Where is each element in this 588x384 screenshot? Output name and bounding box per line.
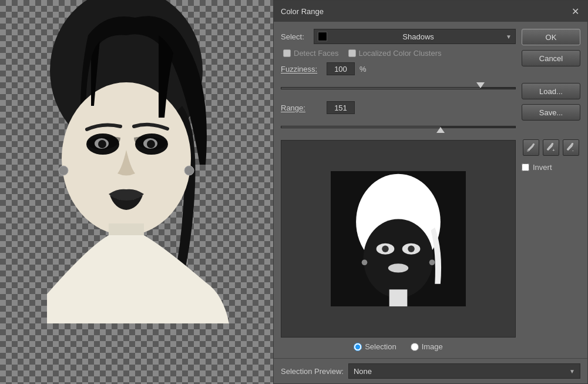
select-row: Select: Shadows ▼	[281, 29, 516, 44]
preview-chevron-icon: ▼	[569, 368, 575, 375]
select-label: Select:	[281, 32, 309, 41]
svg-text:+: +	[552, 148, 555, 152]
eyedropper-subtract-icon: -	[566, 143, 576, 152]
selection-preview-row: Selection Preview: None ▼	[274, 358, 587, 383]
fuzziness-thumb[interactable]	[476, 82, 485, 88]
localized-color-clusters-label: Localized Color Clusters	[359, 49, 442, 58]
radio-row: Selection Image	[281, 342, 516, 351]
localized-color-clusters-input[interactable]	[348, 49, 356, 57]
chevron-down-icon: ▼	[506, 34, 512, 40]
checkbox-row: Detect Faces Localized Color Clusters	[281, 49, 516, 58]
image-label: Image	[422, 342, 443, 351]
eyedropper-subtract-button[interactable]: -	[563, 139, 579, 156]
selection-label: Selection	[365, 342, 396, 351]
fuzziness-label: Fuzziness:	[281, 65, 322, 74]
preview-image	[328, 171, 469, 306]
selection-preview-value: None	[354, 367, 372, 376]
svg-point-17	[382, 246, 389, 253]
dialog-body: Select: Shadows ▼ Detect Faces Localized…	[274, 22, 587, 358]
range-slider[interactable]	[281, 120, 516, 134]
svg-point-11	[184, 166, 194, 175]
face-illustration	[0, 0, 273, 384]
localized-color-clusters-checkbox[interactable]: Localized Color Clusters	[348, 49, 442, 58]
dialog-titlebar: Color Range ✕	[274, 1, 587, 22]
range-track	[281, 126, 516, 128]
save-button[interactable]: Save...	[522, 104, 580, 121]
svg-rect-20	[389, 289, 408, 306]
invert-row: Invert	[522, 163, 580, 172]
range-input[interactable]	[327, 101, 355, 114]
eyedropper-button[interactable]	[523, 139, 539, 156]
svg-rect-23	[527, 150, 529, 152]
selection-radio[interactable]	[354, 343, 362, 351]
svg-point-10	[59, 166, 68, 175]
eyedropper-add-icon: +	[546, 143, 556, 152]
dialog-main: Select: Shadows ▼ Detect Faces Localized…	[281, 29, 516, 351]
dialog-side: OK Cancel Load... Save... +	[522, 29, 580, 351]
svg-point-14	[364, 219, 434, 298]
preview-container	[281, 140, 516, 338]
select-swatch	[318, 32, 327, 41]
tools-row: + -	[522, 139, 580, 156]
svg-point-18	[408, 246, 415, 253]
select-dropdown[interactable]: Shadows ▼	[314, 29, 516, 44]
cancel-button[interactable]: Cancel	[522, 50, 580, 66]
range-row: Range:	[281, 101, 516, 114]
fuzziness-row: Fuzziness: %	[281, 62, 516, 75]
detect-faces-label: Detect Faces	[294, 49, 339, 58]
invert-checkbox[interactable]	[522, 163, 529, 171]
selection-preview-dropdown[interactable]: None ▼	[348, 363, 580, 379]
svg-point-19	[388, 263, 409, 272]
detect-faces-input[interactable]	[283, 49, 291, 57]
eyedropper-add-button[interactable]: +	[543, 139, 559, 156]
svg-point-21	[362, 259, 368, 265]
ok-button[interactable]: OK	[522, 29, 580, 45]
image-radio-item[interactable]: Image	[411, 342, 443, 351]
fuzziness-unit: %	[359, 65, 367, 74]
canvas-area	[0, 0, 273, 384]
fuzziness-fill	[281, 88, 480, 89]
svg-point-22	[429, 259, 435, 265]
eyedropper-icon	[526, 143, 536, 152]
range-thumb[interactable]	[436, 127, 445, 133]
color-range-dialog: Color Range ✕ Select: Shadows ▼ Detect F…	[273, 0, 588, 384]
close-button[interactable]: ✕	[570, 6, 580, 16]
range-fill	[281, 126, 441, 128]
invert-label: Invert	[533, 163, 552, 172]
load-button[interactable]: Load...	[522, 83, 580, 99]
fuzziness-input[interactable]	[327, 62, 355, 75]
select-value: Shadows	[402, 32, 434, 41]
dialog-title: Color Range	[281, 7, 324, 16]
selection-preview-label: Selection Preview:	[281, 367, 344, 376]
range-label: Range:	[281, 103, 322, 112]
svg-text:-: -	[572, 148, 574, 152]
image-radio[interactable]	[411, 343, 419, 351]
detect-faces-checkbox[interactable]: Detect Faces	[283, 49, 339, 58]
selection-radio-item[interactable]: Selection	[354, 342, 396, 351]
fuzziness-slider[interactable]	[281, 81, 516, 95]
